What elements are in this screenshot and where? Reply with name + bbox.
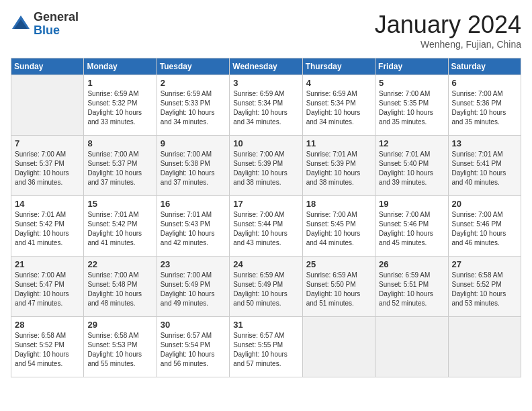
calendar-cell: 3Sunrise: 6:59 AMSunset: 5:34 PMDaylight…	[230, 75, 302, 136]
day-number: 24	[233, 259, 298, 269]
day-info: Sunrise: 7:00 AMSunset: 5:37 PMDaylight:…	[15, 150, 80, 187]
day-number: 5	[379, 78, 444, 88]
day-info: Sunrise: 7:00 AMSunset: 5:39 PMDaylight:…	[233, 150, 298, 187]
day-number: 8	[87, 138, 152, 148]
calendar-cell: 2Sunrise: 6:59 AMSunset: 5:33 PMDaylight…	[157, 75, 229, 136]
day-number: 21	[15, 259, 80, 269]
day-info: Sunrise: 6:59 AMSunset: 5:50 PMDaylight:…	[306, 271, 371, 308]
day-number: 20	[452, 199, 517, 209]
day-info: Sunrise: 7:01 AMSunset: 5:41 PMDaylight:…	[452, 150, 517, 187]
day-info: Sunrise: 6:59 AMSunset: 5:34 PMDaylight:…	[306, 89, 371, 127]
day-info: Sunrise: 7:00 AMSunset: 5:49 PMDaylight:…	[161, 271, 226, 308]
calendar-cell: 28Sunrise: 6:58 AMSunset: 5:52 PMDayligh…	[11, 317, 84, 377]
day-info: Sunrise: 7:01 AMSunset: 5:43 PMDaylight:…	[161, 210, 226, 248]
weekday-header: Thursday	[302, 58, 375, 75]
calendar-cell: 16Sunrise: 7:01 AMSunset: 5:43 PMDayligh…	[157, 196, 229, 257]
day-number: 6	[452, 78, 517, 88]
day-info: Sunrise: 6:59 AMSunset: 5:49 PMDaylight:…	[233, 271, 298, 308]
day-info: Sunrise: 7:00 AMSunset: 5:38 PMDaylight:…	[161, 150, 226, 187]
day-number: 28	[15, 320, 80, 330]
calendar-cell: 5Sunrise: 7:00 AMSunset: 5:35 PMDaylight…	[375, 75, 448, 136]
calendar-week-row: 1Sunrise: 6:59 AMSunset: 5:32 PMDaylight…	[11, 75, 521, 136]
day-number: 23	[161, 259, 226, 269]
day-number: 13	[452, 138, 517, 148]
day-number: 4	[306, 78, 371, 88]
calendar-cell: 15Sunrise: 7:01 AMSunset: 5:42 PMDayligh…	[84, 196, 157, 257]
day-info: Sunrise: 7:01 AMSunset: 5:39 PMDaylight:…	[306, 150, 371, 187]
day-info: Sunrise: 7:00 AMSunset: 5:37 PMDaylight:…	[87, 150, 152, 187]
logo-icon	[11, 14, 31, 34]
calendar-cell: 12Sunrise: 7:01 AMSunset: 5:40 PMDayligh…	[375, 136, 448, 196]
calendar-subtitle: Wenheng, Fujian, China	[375, 39, 521, 50]
day-number: 26	[379, 259, 444, 269]
weekday-header: Friday	[375, 58, 448, 75]
calendar-header: SundayMondayTuesdayWednesdayThursdayFrid…	[11, 58, 521, 75]
calendar-title: January 2024	[375, 11, 521, 39]
logo-general: General	[34, 10, 79, 24]
calendar-cell: 4Sunrise: 6:59 AMSunset: 5:34 PMDaylight…	[302, 75, 375, 136]
calendar-cell: 26Sunrise: 6:59 AMSunset: 5:51 PMDayligh…	[375, 257, 448, 317]
calendar-cell: 31Sunrise: 6:57 AMSunset: 5:55 PMDayligh…	[230, 317, 302, 377]
day-number: 7	[15, 138, 80, 148]
calendar-cell: 10Sunrise: 7:00 AMSunset: 5:39 PMDayligh…	[230, 136, 302, 196]
weekday-header: Sunday	[11, 58, 84, 75]
day-number: 11	[306, 138, 371, 148]
day-info: Sunrise: 7:00 AMSunset: 5:46 PMDaylight:…	[452, 210, 517, 248]
calendar-table: SundayMondayTuesdayWednesdayThursdayFrid…	[11, 58, 521, 377]
day-info: Sunrise: 7:00 AMSunset: 5:48 PMDaylight:…	[87, 271, 152, 308]
day-info: Sunrise: 6:57 AMSunset: 5:55 PMDaylight:…	[233, 331, 298, 369]
calendar-cell: 27Sunrise: 6:58 AMSunset: 5:52 PMDayligh…	[448, 257, 521, 317]
day-info: Sunrise: 6:59 AMSunset: 5:33 PMDaylight:…	[161, 89, 226, 127]
day-number: 18	[306, 199, 371, 209]
day-info: Sunrise: 6:57 AMSunset: 5:54 PMDaylight:…	[161, 331, 226, 369]
calendar-cell	[448, 317, 521, 377]
calendar-cell: 1Sunrise: 6:59 AMSunset: 5:32 PMDaylight…	[84, 75, 157, 136]
weekday-header: Monday	[84, 58, 157, 75]
calendar-cell: 24Sunrise: 6:59 AMSunset: 5:49 PMDayligh…	[230, 257, 302, 317]
day-number: 9	[161, 138, 226, 148]
calendar-cell: 9Sunrise: 7:00 AMSunset: 5:38 PMDaylight…	[157, 136, 229, 196]
day-info: Sunrise: 7:00 AMSunset: 5:44 PMDaylight:…	[233, 210, 298, 248]
day-info: Sunrise: 6:58 AMSunset: 5:52 PMDaylight:…	[452, 271, 517, 308]
day-number: 16	[161, 199, 226, 209]
day-number: 1	[87, 78, 152, 88]
calendar-week-row: 21Sunrise: 7:00 AMSunset: 5:47 PMDayligh…	[11, 257, 521, 317]
calendar-cell: 20Sunrise: 7:00 AMSunset: 5:46 PMDayligh…	[448, 196, 521, 257]
logo-text: General Blue	[34, 11, 79, 38]
calendar-body: 1Sunrise: 6:59 AMSunset: 5:32 PMDaylight…	[11, 75, 521, 377]
weekday-header: Wednesday	[230, 58, 302, 75]
calendar-cell: 25Sunrise: 6:59 AMSunset: 5:50 PMDayligh…	[302, 257, 375, 317]
day-info: Sunrise: 7:01 AMSunset: 5:42 PMDaylight:…	[87, 210, 152, 248]
calendar-cell: 13Sunrise: 7:01 AMSunset: 5:41 PMDayligh…	[448, 136, 521, 196]
calendar-cell: 17Sunrise: 7:00 AMSunset: 5:44 PMDayligh…	[230, 196, 302, 257]
day-info: Sunrise: 6:59 AMSunset: 5:32 PMDaylight:…	[87, 89, 152, 127]
calendar-week-row: 14Sunrise: 7:01 AMSunset: 5:42 PMDayligh…	[11, 196, 521, 257]
calendar-cell: 19Sunrise: 7:00 AMSunset: 5:46 PMDayligh…	[375, 196, 448, 257]
day-info: Sunrise: 7:00 AMSunset: 5:35 PMDaylight:…	[379, 89, 444, 127]
page-header: General Blue January 2024 Wenheng, Fujia…	[11, 11, 521, 50]
logo: General Blue	[11, 11, 79, 38]
calendar-week-row: 7Sunrise: 7:00 AMSunset: 5:37 PMDaylight…	[11, 136, 521, 196]
calendar-cell: 7Sunrise: 7:00 AMSunset: 5:37 PMDaylight…	[11, 136, 84, 196]
calendar-cell	[302, 317, 375, 377]
day-info: Sunrise: 7:01 AMSunset: 5:40 PMDaylight:…	[379, 150, 444, 187]
calendar-cell: 11Sunrise: 7:01 AMSunset: 5:39 PMDayligh…	[302, 136, 375, 196]
day-number: 27	[452, 259, 517, 269]
day-number: 30	[161, 320, 226, 330]
day-number: 2	[161, 78, 226, 88]
calendar-cell: 29Sunrise: 6:58 AMSunset: 5:53 PMDayligh…	[84, 317, 157, 377]
day-info: Sunrise: 6:58 AMSunset: 5:52 PMDaylight:…	[15, 331, 80, 369]
day-number: 14	[15, 199, 80, 209]
calendar-cell: 14Sunrise: 7:01 AMSunset: 5:42 PMDayligh…	[11, 196, 84, 257]
day-number: 15	[87, 199, 152, 209]
day-info: Sunrise: 7:00 AMSunset: 5:36 PMDaylight:…	[452, 89, 517, 127]
day-info: Sunrise: 7:00 AMSunset: 5:45 PMDaylight:…	[306, 210, 371, 248]
calendar-cell: 23Sunrise: 7:00 AMSunset: 5:49 PMDayligh…	[157, 257, 229, 317]
day-number: 25	[306, 259, 371, 269]
calendar-cell: 8Sunrise: 7:00 AMSunset: 5:37 PMDaylight…	[84, 136, 157, 196]
calendar-cell: 30Sunrise: 6:57 AMSunset: 5:54 PMDayligh…	[157, 317, 229, 377]
day-info: Sunrise: 7:00 AMSunset: 5:46 PMDaylight:…	[379, 210, 444, 248]
calendar-cell	[375, 317, 448, 377]
day-number: 10	[233, 138, 298, 148]
day-number: 19	[379, 199, 444, 209]
